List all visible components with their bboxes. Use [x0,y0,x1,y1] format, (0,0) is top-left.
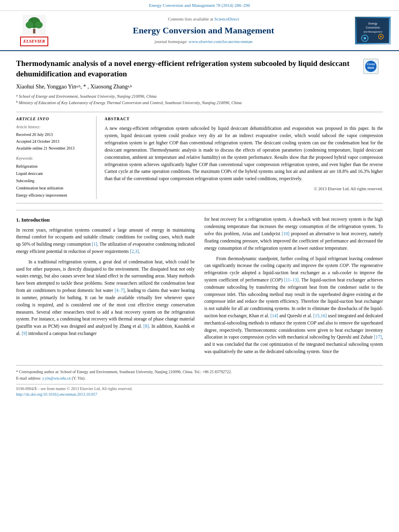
svg-point-12 [380,36,382,37]
svg-text:Cross: Cross [367,63,375,66]
affiliation-1: a School of Energy and Environment, Sout… [16,93,383,100]
svg-point-3 [35,21,43,28]
sciencedirect-anchor[interactable]: ScienceDirect [214,16,239,21]
abstract-column: ABSTRACT A new energy-efficient refriger… [97,116,383,199]
body-para-3: for heat recovery for a refrigeration sy… [204,216,383,252]
article-info-column: ARTICLE INFO Article history: Received 2… [16,116,97,199]
svg-point-2 [26,21,33,28]
keywords-list: Refrigeration Liquid desiccant Subcoolin… [16,163,88,199]
accepted-date: Accepted 24 October 2013 [16,138,88,145]
body-columns: 1. Introduction In recent years, refrige… [16,216,383,358]
ref-17[interactable]: [17] [374,335,382,339]
elsevier-wordmark: ELSEVIER [20,37,48,46]
authors-line: Xiaohui She, Yonggao Yina,b, * , Xiaoson… [16,83,383,91]
issn-line: 0196-8904/$ – see front matter © 2013 El… [16,386,383,392]
section-1-heading: 1. Introduction [16,216,195,224]
main-content: Thermodynamic analysis of a novel energy… [0,51,399,406]
keyword-3: Subcooling [16,177,88,185]
history-label: Article history: [16,124,88,130]
journal-thumbnail: Energy Conversion and Management [355,16,391,45]
abstract-text: A new energy-efficient refrigeration sys… [105,125,383,183]
ref-2-3[interactable]: [2,3] [130,249,139,254]
svg-text:Energy: Energy [368,22,378,25]
footnote-email: E-mail address: y.yin@seu.edu.cn (Y. Yin… [16,375,383,382]
article-info-abstract: ARTICLE INFO Article history: Received 2… [16,112,383,204]
body-para-2: In a traditional refrigeration system, a… [16,259,195,337]
section-divider [16,210,383,210]
email-link[interactable]: y.yin@seu.edu.cn [42,376,71,380]
ref-1[interactable]: [1] [92,242,97,246]
bottom-bar: 0196-8904/$ – see front matter © 2013 El… [16,384,383,398]
ref-14[interactable]: [14] [270,313,278,318]
affiliations-block: a School of Energy and Environment, Sout… [16,93,383,106]
author-1: Xiaohui She, Yonggao Yin [16,84,76,90]
doi-line: http://dx.doi.org/10.1016/j.enconman.201… [16,392,383,398]
paper-title-text: Thermodynamic analysis of a novel energy… [16,59,350,78]
svg-text:and Management: and Management [364,31,383,33]
top-journal-bar: Energy Conversion and Management 78 (201… [0,0,399,11]
keyword-5: Energy efficiency improvement [16,192,88,199]
journal-header: ELSEVIER Contents lists available at Sci… [0,11,399,51]
section-1-number: 1. [16,217,20,223]
journal-homepage: journal homepage: www.elsevier.com/locat… [60,39,347,45]
keyword-4: Condensation heat utilization [16,185,88,192]
footnote-star-text: * Corresponding author at: School of Ene… [16,370,232,374]
body-para-1: In recent years, refrigeration systems c… [16,227,195,255]
crossmark-badge: Cross Mark [359,58,383,74]
author-affiliation-sup: a,b [76,84,80,88]
author-3: , Xiaosong Zhang [87,84,128,90]
journal-thumb-area: Energy Conversion and Management [347,16,391,45]
elsevier-tree-icon [22,15,46,35]
journal-header-center: Contents lists available at ScienceDirec… [60,16,347,45]
article-info-heading: ARTICLE INFO [16,116,88,122]
author-2-star: * [83,84,86,90]
svg-rect-4 [33,29,35,34]
homepage-url: www.elsevier.com/locate/enconman [189,39,253,44]
ref-4-7[interactable]: [4–7] [115,288,125,293]
ref-9[interactable]: [9] [22,331,27,336]
sciencedirect-link: Contents lists available at ScienceDirec… [60,16,347,23]
paper-title-block: Thermodynamic analysis of a novel energy… [16,58,383,79]
keyword-2: Liquid desiccant [16,170,88,177]
received-date: Received 20 July 2013 [16,131,88,138]
publisher-logo-area: ELSEVIER [8,15,60,46]
body-col-right: for heat recovery for a refrigeration sy… [204,216,383,358]
keywords-label: Keywords: [16,156,88,162]
crossmark-svg: Cross Mark [364,60,377,73]
svg-text:Conversion: Conversion [366,26,380,29]
email-name: (Y. Yin). [72,376,86,380]
doi-link[interactable]: http://dx.doi.org/10.1016/j.enconman.201… [16,392,97,396]
ref-10[interactable]: [10] [282,231,289,236]
dates-block: Received 20 July 2013 Accepted 24 Octobe… [16,131,88,152]
abstract-heading: ABSTRACT [105,116,383,122]
crossmark-icon: Cross Mark [363,59,378,74]
ref-11-13[interactable]: [11–13] [284,277,298,282]
star-symbol: * [83,84,86,90]
svg-point-10 [364,37,366,39]
journal-citation: Energy Conversion and Management 78 (201… [149,3,250,8]
affiliation-2: b Ministry of Education of Key Laborator… [16,100,383,106]
body-col-left: 1. Introduction In recent years, refrige… [16,216,195,358]
copyright-line: © 2013 Elsevier Ltd. All rights reserved… [105,186,383,192]
keyword-1: Refrigeration [16,163,88,170]
footnote-star: * Corresponding author at: School of Ene… [16,369,383,375]
section-1-title: Introduction [21,217,50,223]
svg-text:Mark: Mark [368,66,374,69]
ref-8[interactable]: [8] [144,324,149,329]
email-label: E-mail address: [16,376,41,380]
available-date: Available online 21 November 2013 [16,145,88,152]
footnotes-block: * Corresponding author at: School of Ene… [16,365,383,382]
journal-title: Energy Conversion and Management [60,24,347,37]
ref-15-16[interactable]: [15,16] [313,313,327,318]
author3-affiliation-sup: a,b [128,84,132,88]
journal-cover-icon: Energy Conversion and Management [357,18,389,43]
body-para-4: From thermodynamic standpoint, further c… [204,255,383,355]
